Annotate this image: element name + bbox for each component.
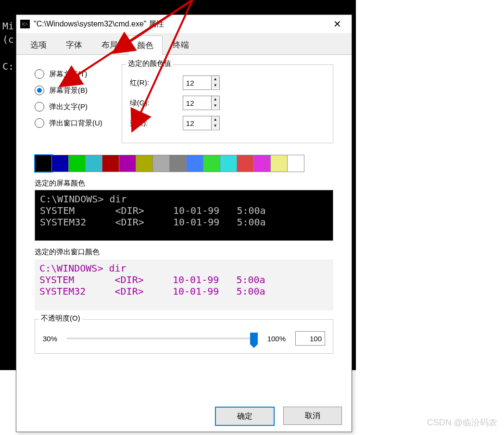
blue-up-icon[interactable]: ▲ [212,116,219,123]
close-button[interactable]: ✕ [323,18,352,30]
blue-down-icon[interactable]: ▼ [212,123,219,129]
color-palette [35,155,304,172]
preview-screen-label: 选定的屏幕颜色 [35,179,333,188]
radio-label: 弹出文字(P) [49,102,88,112]
tab-options[interactable]: 选项 [21,35,56,54]
opacity-max: 100% [267,335,286,343]
rgb-fieldset: 选定的颜色值 红(R):▲▼ 绿(G):▲▼ 蓝(L):▲▼ [122,64,333,143]
red-label: 红(R): [130,78,168,87]
cancel-button[interactable]: 取消 [283,407,342,425]
color-swatch[interactable] [119,155,136,172]
cmd-output-text: Mi (c C: [2,19,14,73]
tab-font[interactable]: 字体 [57,35,91,54]
red-down-icon[interactable]: ▼ [212,82,219,88]
green-label: 绿(G): [130,99,168,108]
green-down-icon[interactable]: ▼ [212,102,219,109]
radio-popup-bg[interactable]: 弹出窗口背景(U) [35,118,102,128]
popup-color-preview: C:\WINDOWS> dir SYSTEM <DIR> 10-01-99 5:… [35,260,333,311]
color-swatch[interactable] [102,155,119,172]
red-up-icon[interactable]: ▲ [212,76,219,82]
preview-popup-label: 选定的弹出窗口颜色 [35,248,333,257]
color-swatch[interactable] [203,155,220,172]
color-swatch[interactable] [136,155,153,172]
radio-popup-text[interactable]: 弹出文字(P) [35,102,102,112]
color-swatch[interactable] [52,155,69,172]
green-input[interactable] [183,96,212,110]
opacity-min: 30% [43,335,57,343]
tab-terminal[interactable]: 终端 [164,35,198,54]
color-swatch[interactable] [237,155,254,172]
opacity-value-input[interactable] [295,331,325,346]
opacity-group: 不透明度(O) 30% 100% [35,319,333,354]
color-swatch[interactable] [86,155,102,172]
watermark: CSDN @临汾码农 [427,417,497,428]
tab-color[interactable]: 颜色 [128,36,163,55]
rgb-legend: 选定的颜色值 [126,59,173,68]
color-swatch[interactable] [271,155,288,172]
blue-label: 蓝(L): [130,119,168,128]
opacity-slider[interactable] [67,337,258,339]
color-swatch[interactable] [288,155,304,172]
tab-layout[interactable]: 布局 [92,35,127,54]
radio-screen-text[interactable]: 屏幕文字(T) [35,69,102,79]
slider-thumb-icon[interactable] [250,333,258,344]
green-up-icon[interactable]: ▲ [212,96,219,102]
color-swatch[interactable] [153,155,170,172]
color-swatch[interactable] [69,155,86,172]
blue-input[interactable] [183,116,212,130]
color-swatch[interactable] [254,155,271,172]
ok-button[interactable]: 确定 [215,407,275,426]
radio-label: 屏幕背景(B) [49,86,88,95]
color-swatch[interactable] [220,155,237,172]
radio-label: 屏幕文字(T) [49,70,87,79]
color-swatch[interactable] [35,155,52,172]
cmd-icon: C:\ [20,20,30,28]
screen-color-preview: C:\WINDOWS> dir SYSTEM <DIR> 10-01-99 5:… [35,190,333,241]
radio-label: 弹出窗口背景(U) [49,119,102,128]
red-input[interactable] [183,75,212,90]
radio-screen-bg[interactable]: 屏幕背景(B) [35,86,102,95]
dialog-title: "C:\Windows\system32\cmd.exe" 属性 [34,19,164,29]
color-swatch[interactable] [187,155,203,172]
tabs: 选项 字体 布局 颜色 终端 [16,33,352,55]
properties-dialog: C:\ "C:\Windows\system32\cmd.exe" 属性 ✕ 选… [16,14,352,432]
color-swatch[interactable] [170,155,187,172]
opacity-label: 不透明度(O) [39,314,82,323]
